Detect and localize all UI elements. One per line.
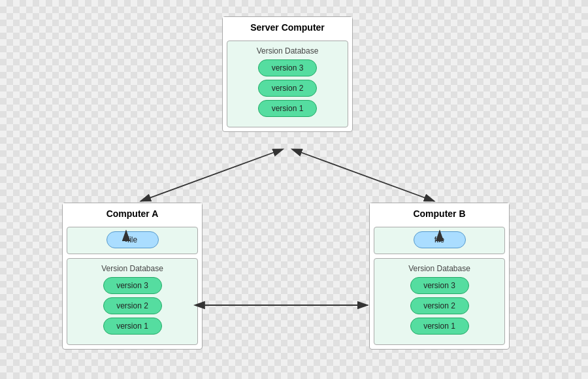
computer-b-version-db: Version Database version 3 version 2 ver… [374, 258, 505, 345]
computer-a-version-3: version 3 [103, 277, 162, 294]
computer-b-file-section: file [374, 227, 505, 254]
server-version-3: version 3 [258, 59, 317, 76]
arrow-server-to-a [140, 152, 274, 201]
computer-b-box: Computer B file Version Database version… [369, 203, 510, 350]
computer-a-title: Computer A [63, 203, 202, 223]
diagram-container: Server Computer Version Database version… [26, 10, 562, 369]
computer-b-file: file [414, 231, 466, 248]
server-version-db-label: Version Database [234, 46, 341, 56]
server-version-db: Version Database version 3 version 2 ver… [227, 41, 348, 127]
server-version-1: version 1 [258, 100, 317, 117]
computer-b-version-db-label: Version Database [381, 264, 498, 273]
arrow-server-to-b [301, 152, 434, 201]
computer-a-version-2: version 2 [103, 297, 162, 314]
server-computer-box: Server Computer Version Database version… [222, 16, 353, 132]
computer-a-version-db: Version Database version 3 version 2 ver… [67, 258, 198, 345]
computer-a-version-1: version 1 [103, 318, 162, 335]
computer-a-box: Computer A file Version Database version… [62, 203, 203, 350]
server-title: Server Computer [223, 17, 352, 37]
computer-b-title: Computer B [370, 203, 509, 223]
computer-a-file: file [106, 231, 159, 248]
computer-b-version-3: version 3 [410, 277, 469, 294]
computer-b-version-2: version 2 [410, 297, 469, 314]
computer-a-file-section: file [67, 227, 198, 254]
computer-a-version-db-label: Version Database [74, 264, 191, 273]
computer-b-version-1: version 1 [410, 318, 469, 335]
server-version-2: version 2 [258, 80, 317, 97]
